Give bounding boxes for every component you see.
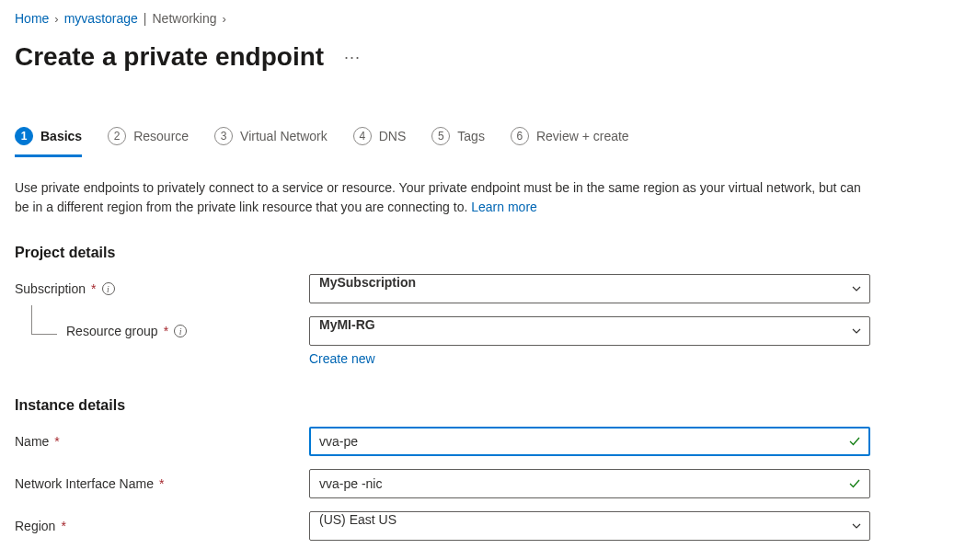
intro-text: Use private endpoints to privately conne… [15, 178, 861, 217]
tab-step-number: 1 [15, 127, 33, 145]
info-icon[interactable]: i [102, 282, 115, 295]
nic-name-input[interactable] [309, 469, 870, 498]
tab-label: Tags [457, 129, 485, 143]
name-input[interactable] [309, 427, 870, 456]
tab-step-number: 6 [511, 127, 529, 145]
tab-tags[interactable]: 5 Tags [431, 127, 485, 157]
info-icon[interactable]: i [174, 325, 187, 337]
wizard-tabs: 1 Basics 2 Resource 3 Virtual Network 4 … [15, 127, 939, 158]
tab-label: Virtual Network [240, 129, 328, 143]
breadcrumb: Home › myvastorage | Networking › [15, 11, 939, 26]
breadcrumb-resource[interactable]: myvastorage [64, 11, 138, 26]
subscription-select[interactable]: MySubscription [309, 274, 870, 303]
nic-name-label: Network Interface Name * [15, 476, 309, 491]
tree-connector-icon [31, 305, 57, 335]
region-label: Region * [15, 519, 309, 533]
tab-step-number: 2 [108, 127, 126, 145]
required-indicator: * [61, 519, 65, 533]
tab-virtual-network[interactable]: 3 Virtual Network [214, 127, 328, 157]
tab-label: Resource [133, 129, 189, 143]
create-new-resource-group-link[interactable]: Create new [309, 351, 375, 366]
breadcrumb-separator-pipe: | [144, 11, 147, 26]
tab-label: DNS [379, 129, 407, 143]
tab-resource[interactable]: 2 Resource [108, 127, 189, 157]
region-select[interactable]: (US) East US [309, 511, 870, 541]
tab-step-number: 3 [214, 127, 233, 145]
required-indicator: * [54, 434, 59, 449]
tab-basics[interactable]: 1 Basics [15, 127, 82, 157]
tab-label: Review + create [536, 129, 629, 143]
tab-step-number: 5 [431, 127, 450, 145]
tab-step-number: 4 [353, 127, 372, 145]
project-details-heading: Project details [15, 245, 939, 261]
chevron-right-icon: › [223, 12, 226, 26]
required-indicator: * [91, 281, 96, 296]
intro-body: Use private endpoints to privately conne… [15, 180, 861, 214]
name-label: Name * [15, 434, 309, 449]
required-indicator: * [164, 324, 168, 338]
breadcrumb-home[interactable]: Home [15, 11, 49, 26]
instance-details-heading: Instance details [15, 397, 939, 414]
learn-more-link[interactable]: Learn more [471, 200, 537, 214]
resource-group-select[interactable]: MyMI-RG [309, 316, 870, 346]
subscription-label: Subscription * i [15, 281, 309, 296]
resource-group-label: Resource group * i [15, 324, 309, 338]
tab-dns[interactable]: 4 DNS [353, 127, 407, 157]
more-actions-button[interactable]: ··· [340, 44, 364, 71]
tab-label: Basics [40, 129, 82, 143]
required-indicator: * [159, 476, 164, 491]
tab-review-create[interactable]: 6 Review + create [511, 127, 629, 157]
breadcrumb-section: Networking [153, 11, 217, 26]
chevron-right-icon: › [54, 12, 58, 26]
page-title: Create a private endpoint [15, 42, 324, 72]
